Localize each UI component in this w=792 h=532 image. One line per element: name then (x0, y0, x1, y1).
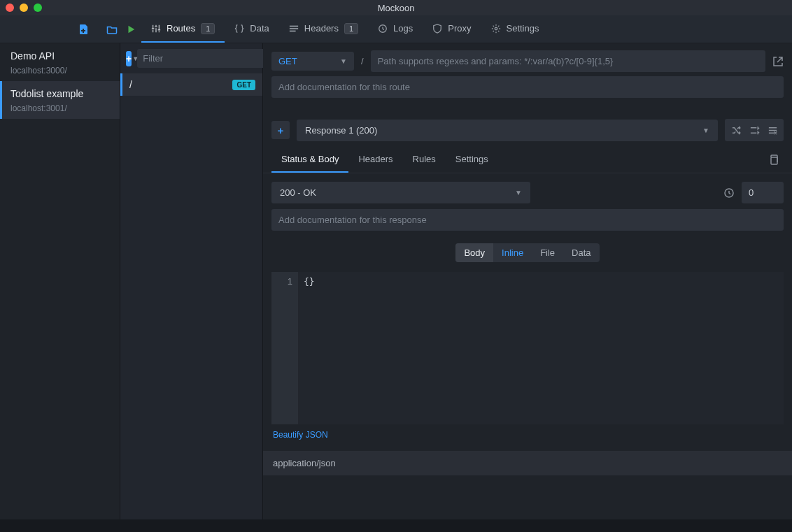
response-actions (725, 119, 784, 141)
tab-routes[interactable]: Routes 1 (141, 15, 225, 43)
response-label: Response 1 (200) (305, 125, 377, 136)
chevron-down-icon: ▼ (515, 189, 522, 196)
route-documentation-input[interactable] (271, 76, 784, 98)
status-value: 200 - OK (280, 187, 316, 198)
status-code-select[interactable]: 200 - OK ▼ (271, 182, 530, 203)
braces-icon (234, 24, 244, 34)
body-editor[interactable]: 1 {} (271, 272, 784, 424)
body-label: Body (455, 243, 493, 262)
maximize-window-button[interactable] (34, 3, 42, 12)
chevron-down-icon: ▼ (340, 57, 347, 65)
history-icon (378, 24, 388, 34)
beautify-json-link[interactable]: Beautify JSON (263, 424, 792, 445)
app-title: Mockoon (378, 3, 415, 13)
random-response-button[interactable] (728, 122, 744, 138)
subtab-status-body[interactable]: Status & Body (271, 147, 348, 173)
body-type-tabs: Body Inline File Data (263, 231, 792, 268)
svg-rect-5 (771, 157, 777, 164)
tab-settings[interactable]: Settings (481, 15, 549, 43)
tab-proxy[interactable]: Proxy (423, 15, 481, 43)
list-icon (289, 24, 299, 34)
response-documentation-input[interactable] (271, 209, 784, 231)
shield-icon (432, 24, 442, 34)
sequential-response-button[interactable] (746, 122, 763, 138)
editor-content[interactable]: {} (298, 272, 784, 424)
routes-count-badge: 1 (201, 23, 215, 34)
chevron-down-icon: ▼ (702, 127, 709, 134)
body-tab-data[interactable]: Data (563, 243, 599, 262)
gear-icon (491, 24, 501, 34)
rules-disabled-button[interactable] (764, 122, 781, 138)
status-bar (0, 519, 792, 532)
close-window-button[interactable] (6, 3, 14, 12)
tab-label: Routes (167, 23, 195, 34)
add-response-button[interactable]: + (271, 121, 290, 139)
headers-count-badge: 1 (344, 23, 358, 34)
tab-label: Data (250, 23, 269, 34)
response-tabs: Status & Body Headers Rules Settings (263, 147, 792, 173)
subtab-settings[interactable]: Settings (446, 147, 498, 173)
environment-name: Demo API (10, 50, 111, 62)
environment-item[interactable]: Demo API localhost:3000/ (0, 43, 120, 81)
method-select[interactable]: GET ▼ (271, 52, 354, 71)
new-env-icon[interactable] (78, 24, 90, 35)
tab-data[interactable]: Data (225, 15, 278, 43)
environment-url: localhost:3000/ (10, 66, 111, 76)
tab-label: Headers (304, 23, 339, 34)
environment-name: Todolist example (10, 88, 111, 99)
latency-input[interactable] (742, 182, 784, 203)
route-item[interactable]: / GET (120, 73, 262, 96)
tab-logs[interactable]: Logs (368, 15, 423, 43)
body-tab-file[interactable]: File (532, 243, 563, 262)
routes-sidebar: +▼ / GET (120, 43, 263, 519)
subtab-rules[interactable]: Rules (403, 147, 446, 173)
subtab-headers[interactable]: Headers (348, 147, 402, 173)
start-server-button[interactable] (120, 24, 141, 34)
svg-point-4 (495, 27, 497, 30)
routes-filter-input[interactable] (137, 49, 266, 68)
clock-icon (723, 187, 735, 199)
main-area: Demo API localhost:3000/ Todolist exampl… (0, 43, 792, 519)
open-env-icon[interactable] (106, 24, 118, 35)
tab-label: Proxy (448, 23, 471, 34)
method-value: GET (278, 56, 297, 66)
open-external-icon[interactable] (772, 56, 784, 67)
copy-icon[interactable] (764, 150, 784, 170)
add-route-button[interactable]: +▼ (126, 51, 132, 66)
main-tabs: Routes 1 Data Headers 1 Logs Proxy Setti… (141, 15, 549, 43)
toolbar: Routes 1 Data Headers 1 Logs Proxy Setti… (0, 15, 792, 43)
svg-rect-0 (290, 25, 298, 27)
svg-rect-2 (290, 30, 296, 31)
route-path: / (129, 79, 132, 90)
sliders-icon (151, 24, 161, 34)
content-type-bar: application/json (263, 451, 792, 475)
tab-headers[interactable]: Headers 1 (279, 15, 368, 43)
environment-url: localhost:3001/ (10, 103, 111, 113)
titlebar: Mockoon (0, 0, 792, 15)
tab-label: Logs (393, 23, 413, 34)
minimize-window-button[interactable] (20, 3, 28, 12)
svg-rect-1 (290, 28, 298, 29)
route-detail: GET ▼ / + Response 1 (200) ▼ Status & B (263, 43, 792, 519)
environment-item[interactable]: Todolist example localhost:3001/ (0, 81, 120, 119)
body-tab-inline[interactable]: Inline (493, 243, 532, 262)
environments-sidebar: Demo API localhost:3000/ Todolist exampl… (0, 43, 120, 519)
path-separator: / (361, 56, 364, 66)
editor-gutter: 1 (271, 272, 298, 424)
path-input[interactable] (371, 50, 765, 72)
method-badge: GET (232, 80, 255, 90)
window-controls (6, 3, 42, 12)
tab-label: Settings (507, 23, 539, 34)
response-select[interactable]: Response 1 (200) ▼ (297, 120, 718, 141)
